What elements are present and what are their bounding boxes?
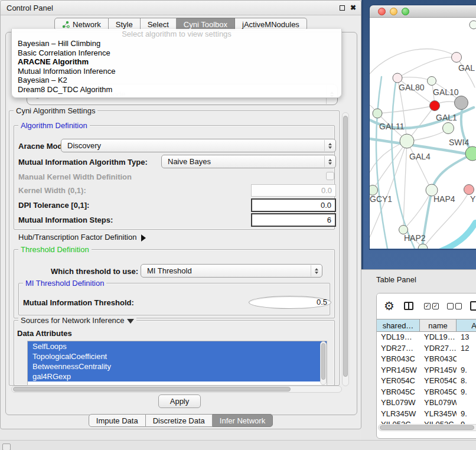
- table-cell[interactable]: 8.: [457, 376, 476, 387]
- manual-kernel-width-checkbox[interactable]: [326, 172, 334, 180]
- algorithm-option-bayesian-k2[interactable]: Bayesian – K2: [12, 76, 341, 85]
- node-gal4[interactable]: [400, 134, 414, 148]
- aracne-mode-value: Discovery: [67, 141, 101, 150]
- column-header-shared[interactable]: shared…: [377, 319, 420, 332]
- table-cell[interactable]: YIL052C: [420, 419, 457, 424]
- mini-panel-icon[interactable]: [2, 444, 11, 450]
- table-row[interactable]: YDR27…YDR27…12: [377, 343, 476, 354]
- table-cell[interactable]: YDR27…: [420, 343, 457, 354]
- float-window-icon[interactable]: [340, 5, 345, 11]
- data-attributes-label: Data Attributes: [17, 329, 72, 338]
- attribute-item-topologicalcoefficient[interactable]: TopologicalCoefficient: [28, 351, 327, 361]
- algorithm-option-basic-correlation-inference[interactable]: Basic Correlation Inference: [12, 48, 341, 58]
- dpi-tolerance-field[interactable]: 0.0: [251, 198, 336, 212]
- bottom-tab-impute-data[interactable]: Impute Data: [89, 414, 146, 427]
- mi-threshold-field[interactable]: 0.5: [249, 296, 331, 309]
- table-cell[interactable]: YBL079W: [377, 397, 420, 409]
- network-graph: GALGAL80GAL10GAL1GAL11SWI4GAL4GCY1HAP4YH…: [370, 18, 476, 249]
- table-cell[interactable]: [457, 354, 476, 365]
- node-gcy1[interactable]: [370, 185, 378, 195]
- status-strip: [0, 440, 476, 450]
- table-cell[interactable]: 13: [457, 332, 476, 343]
- table-cell[interactable]: YDL19…: [377, 332, 420, 343]
- table-cell[interactable]: YLR345W: [377, 409, 420, 420]
- sources-group-title[interactable]: Sources for Network Inference: [18, 316, 136, 325]
- network-window-titlebar[interactable]: [370, 5, 476, 18]
- attributes-list-scrollbar[interactable]: [320, 341, 327, 385]
- attribute-item-gal4rgexp[interactable]: gal4RGexp: [28, 371, 327, 381]
- network-edge: [379, 106, 435, 113]
- table-cell[interactable]: YER054C: [377, 376, 420, 387]
- split-columns-icon[interactable]: [404, 302, 413, 310]
- table-cell[interactable]: [457, 397, 476, 409]
- table-cell[interactable]: YBR043C: [377, 354, 420, 365]
- node-gal80[interactable]: [393, 73, 402, 83]
- node-gal-partial-label: GAL: [458, 63, 475, 73]
- settings-horizontal-scrollbar[interactable]: [11, 386, 342, 393]
- table-row[interactable]: YDL19…YDL19…13: [377, 332, 476, 343]
- table-cell[interactable]: YBR045C: [377, 387, 420, 398]
- table-cell[interactable]: YBL079W: [420, 397, 457, 409]
- node-swi4[interactable]: [443, 123, 454, 134]
- network-canvas[interactable]: GALGAL80GAL10GAL1GAL11SWI4GAL4GCY1HAP4YH…: [370, 18, 476, 249]
- table-cell[interactable]: 9.: [457, 387, 476, 398]
- table-row[interactable]: YER054CYER054C8.: [377, 376, 476, 387]
- node-green-right-partial[interactable]: [465, 146, 476, 161]
- algorithm-option-dream8-dc-tdc-algorithm[interactable]: Dream8 DC_TDC Algorithm: [12, 85, 341, 94]
- node-gal1[interactable]: [430, 101, 440, 111]
- attribute-item-selfloops[interactable]: SelfLoops: [28, 341, 327, 351]
- mi-steps-label: Mutual Information Steps:: [18, 216, 113, 224]
- table-cell[interactable]: 9.: [457, 419, 476, 424]
- node-salmon-partial[interactable]: [464, 185, 474, 195]
- table-row[interactable]: YBR043CYBR043C: [377, 354, 476, 365]
- mi-algorithm-type-combo[interactable]: Naive Bayes: [161, 155, 336, 168]
- attribute-item-betweennesscentrality[interactable]: BetweennessCentrality: [28, 361, 327, 371]
- table-cell[interactable]: YBR043C: [420, 354, 457, 365]
- mi-steps-field[interactable]: 6: [251, 213, 336, 227]
- table-cell[interactable]: YPR145W: [377, 365, 420, 376]
- table-row[interactable]: YLR345WYLR345W9.: [377, 409, 476, 420]
- table-horizontal-scrollbar[interactable]: [378, 424, 476, 431]
- table-row[interactable]: YPR145WYPR145W9.: [377, 365, 476, 376]
- hub-factor-definition-toggle[interactable]: Hub/Transcription Factor Definition: [18, 233, 146, 242]
- algorithm-option-mutual-information-inference[interactable]: Mutual Information Inference: [12, 67, 341, 76]
- table-cell[interactable]: YIL052C: [377, 419, 420, 424]
- close-traffic-light-icon[interactable]: [378, 8, 386, 15]
- table-cell[interactable]: YBR045C: [420, 387, 457, 398]
- table-cell[interactable]: 9.: [457, 409, 476, 420]
- table-row[interactable]: YBL079WYBL079W: [377, 397, 476, 409]
- gear-icon[interactable]: ⚙: [384, 300, 395, 312]
- kernel-width-field[interactable]: 0.0: [251, 184, 336, 197]
- column-header-name[interactable]: name: [420, 319, 457, 332]
- column-header-a[interactable]: A: [457, 319, 476, 332]
- table-cell[interactable]: 12: [457, 343, 476, 354]
- algorithm-option-bayesian-hill-climbing[interactable]: Bayesian – Hill Climbing: [12, 39, 341, 48]
- minimize-traffic-light-icon[interactable]: [390, 8, 397, 15]
- select-all-columns-icon[interactable]: ✓✓: [424, 303, 439, 309]
- table-cell[interactable]: YPR145W: [420, 365, 457, 376]
- table-row[interactable]: YIL052CYIL052C9.: [377, 419, 476, 424]
- apply-button[interactable]: Apply: [158, 394, 201, 408]
- algorithm-option-aracne-algorithm[interactable]: ARACNE Algorithm: [12, 57, 341, 67]
- deselect-all-columns-icon[interactable]: [447, 303, 462, 309]
- close-icon[interactable]: ✖: [350, 4, 356, 11]
- table-cell[interactable]: YDL19…: [420, 332, 457, 343]
- table-cell[interactable]: YDR27…: [377, 343, 420, 354]
- new-table-icon[interactable]: [470, 301, 476, 311]
- table-cell[interactable]: YER054C: [420, 376, 457, 387]
- table-header: shared…nameA: [377, 319, 476, 332]
- bottom-tab-discretize-data[interactable]: Discretize Data: [146, 414, 213, 427]
- node-gal11[interactable]: [373, 109, 382, 118]
- aracne-mode-combo[interactable]: Discovery: [61, 139, 336, 152]
- node-gal-partial[interactable]: [452, 53, 462, 63]
- table-cell[interactable]: YLR345W: [420, 409, 457, 420]
- zoom-traffic-light-icon[interactable]: [402, 8, 409, 15]
- bottom-tab-infer-network[interactable]: Infer Network: [213, 414, 273, 427]
- node-gal10[interactable]: [428, 77, 436, 86]
- node-top-partial[interactable]: [470, 21, 476, 29]
- node-unlabeled-gray[interactable]: [455, 96, 468, 110]
- settings-vertical-scrollbar[interactable]: [342, 112, 349, 386]
- table-cell[interactable]: 9.: [457, 365, 476, 376]
- which-threshold-combo[interactable]: MI Threshold: [141, 264, 322, 278]
- table-row[interactable]: YBR045CYBR045C9.: [377, 387, 476, 398]
